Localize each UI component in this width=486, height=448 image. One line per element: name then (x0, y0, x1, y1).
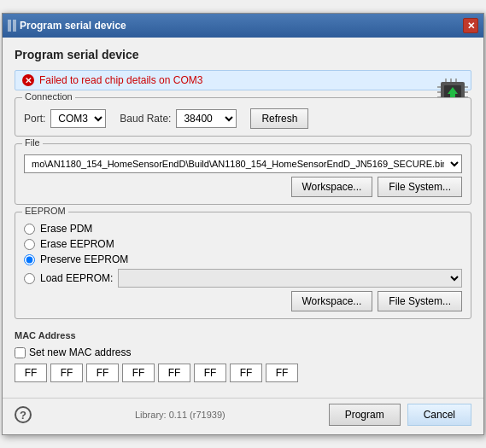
file-path-dropdown[interactable]: mo\AN1180_154_HomeSensorEndD\Build\AN118… (24, 154, 462, 173)
program-button[interactable]: Program (329, 404, 401, 426)
dialog-heading: Program serial device (15, 48, 471, 61)
footer-buttons: Program Cancel (329, 404, 471, 426)
preserve-eeprom-radio[interactable] (24, 254, 35, 265)
eeprom-group-label: EEPROM (22, 206, 68, 216)
mac-address-section: MAC Address Set new MAC address (15, 326, 471, 386)
refresh-button[interactable]: Refresh (250, 108, 308, 129)
connection-group: Connection Port: COM3 COM1 COM2 COM4 Bau… (15, 97, 471, 137)
eeprom-options: Erase PDM Erase EEPROM Preserve EEPROM L… (24, 219, 462, 288)
title-bar: Program serial device ✕ (3, 14, 483, 38)
file-path-row: mo\AN1180_154_HomeSensorEndD\Build\AN118… (24, 151, 462, 173)
port-label: Port: (24, 113, 45, 125)
preserve-eeprom-label: Preserve EEPROM (40, 253, 128, 265)
load-eeprom-row: Load EEPROM: (24, 269, 462, 288)
dialog-content: Program serial device ✕ Failed to read c… (3, 38, 483, 394)
mac-fields-row (15, 364, 471, 382)
file-btn-row: Workspace... File System... (24, 177, 462, 197)
mac-section-label: MAC Address (15, 330, 76, 340)
mac-field-6[interactable] (194, 364, 226, 382)
dialog-title-bar-text: Program serial device (20, 20, 126, 32)
mac-field-5[interactable] (158, 364, 190, 382)
mac-field-8[interactable] (266, 364, 298, 382)
port-field: Port: COM3 COM1 COM2 COM4 (24, 109, 106, 128)
erase-eeprom-row: Erase EEPROM (24, 238, 462, 250)
connection-row: Port: COM3 COM1 COM2 COM4 Baud Rate: 384… (24, 105, 462, 129)
preserve-eeprom-row: Preserve EEPROM (24, 253, 462, 265)
file-filesystem-button[interactable]: File System... (378, 177, 462, 197)
file-group: File mo\AN1180_154_HomeSensorEndD\Build\… (15, 143, 471, 205)
title-bar-stripe (8, 20, 16, 32)
file-group-label: File (22, 137, 43, 148)
erase-eeprom-radio[interactable] (24, 239, 35, 250)
mac-field-4[interactable] (122, 364, 155, 382)
stripe-2 (13, 20, 16, 32)
stripe-1 (8, 20, 11, 32)
load-eeprom-dropdown[interactable] (118, 269, 462, 288)
load-eeprom-radio[interactable] (24, 273, 35, 284)
mac-address-row: Set new MAC address (15, 346, 471, 358)
eeprom-filesystem-button[interactable]: File System... (378, 291, 462, 311)
error-bar: ✕ Failed to read chip details on COM3 (15, 70, 471, 90)
port-select[interactable]: COM3 COM1 COM2 COM4 (50, 109, 106, 128)
set-mac-checkbox[interactable] (15, 347, 26, 358)
mac-field-7[interactable] (230, 364, 262, 382)
error-message: Failed to read chip details on COM3 (39, 74, 202, 86)
program-serial-device-dialog: Program serial device ✕ (2, 13, 484, 435)
cancel-button[interactable]: Cancel (407, 404, 471, 426)
baud-rate-label: Baud Rate: (120, 113, 171, 125)
title-bar-left: Program serial device (8, 20, 126, 32)
help-button[interactable]: ? (15, 406, 32, 423)
baud-rate-select[interactable]: 38400 9600 19200 57600 115200 (176, 109, 237, 128)
eeprom-btn-row: Workspace... File System... (24, 291, 462, 311)
eeprom-workspace-button[interactable]: Workspace... (291, 291, 373, 311)
baud-rate-field: Baud Rate: 38400 9600 19200 57600 115200 (120, 109, 237, 128)
connection-group-label: Connection (22, 91, 75, 102)
close-button[interactable]: ✕ (463, 18, 478, 33)
erase-eeprom-label: Erase EEPROM (40, 238, 114, 250)
erase-pdm-radio[interactable] (24, 224, 35, 235)
load-eeprom-label: Load EEPROM: (40, 272, 113, 284)
set-mac-label: Set new MAC address (29, 346, 131, 358)
erase-pdm-label: Erase PDM (40, 223, 92, 235)
error-icon: ✕ (22, 74, 34, 86)
mac-field-3[interactable] (86, 364, 119, 382)
eeprom-group: EEPROM Erase PDM Erase EEPROM Preserve E… (15, 212, 471, 319)
library-label: Library: 0.11 (r71939) (135, 410, 225, 420)
mac-field-2[interactable] (50, 364, 83, 382)
dialog-footer: ? Library: 0.11 (r71939) Program Cancel (3, 398, 483, 434)
file-workspace-button[interactable]: Workspace... (291, 177, 373, 197)
mac-field-1[interactable] (15, 364, 47, 382)
erase-pdm-row: Erase PDM (24, 223, 462, 235)
